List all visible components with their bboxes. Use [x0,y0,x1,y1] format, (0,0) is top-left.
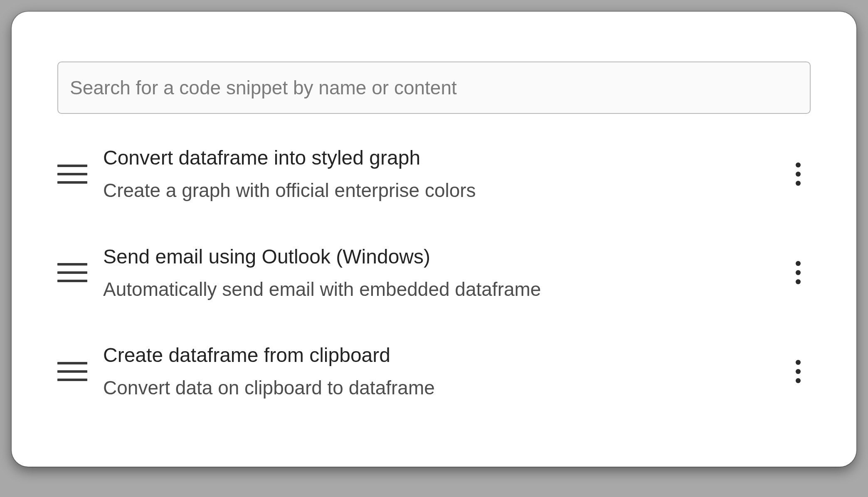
snippet-description: Automatically send email with embedded d… [103,278,770,302]
list-item-text: Create dataframe from clipboard Convert … [103,343,770,400]
list-item-text: Convert dataframe into styled graph Crea… [103,145,770,203]
snippet-description: Create a graph with official enterprise … [103,179,770,203]
drag-handle-icon[interactable] [57,263,87,282]
more-options-button[interactable] [786,157,811,191]
list-item-text: Send email using Outlook (Windows) Autom… [103,244,770,302]
list-item[interactable]: Send email using Outlook (Windows) Autom… [57,228,811,327]
more-vertical-icon [796,360,801,365]
snippet-list: Convert dataframe into styled graph Crea… [57,129,811,425]
list-item[interactable]: Create dataframe from clipboard Convert … [57,326,811,425]
snippet-description: Convert data on clipboard to dataframe [103,376,770,400]
more-vertical-icon [796,162,801,167]
snippet-title: Create dataframe from clipboard [103,343,770,368]
more-options-button[interactable] [786,256,811,289]
snippet-title: Send email using Outlook (Windows) [103,244,770,269]
more-vertical-icon [796,261,801,266]
snippet-title: Convert dataframe into styled graph [103,145,770,170]
drag-handle-icon[interactable] [57,362,87,381]
snippets-panel: Convert dataframe into styled graph Crea… [12,12,856,467]
drag-handle-icon[interactable] [57,165,87,184]
list-item[interactable]: Convert dataframe into styled graph Crea… [57,129,811,228]
more-options-button[interactable] [786,355,811,388]
search-input[interactable] [57,62,811,114]
